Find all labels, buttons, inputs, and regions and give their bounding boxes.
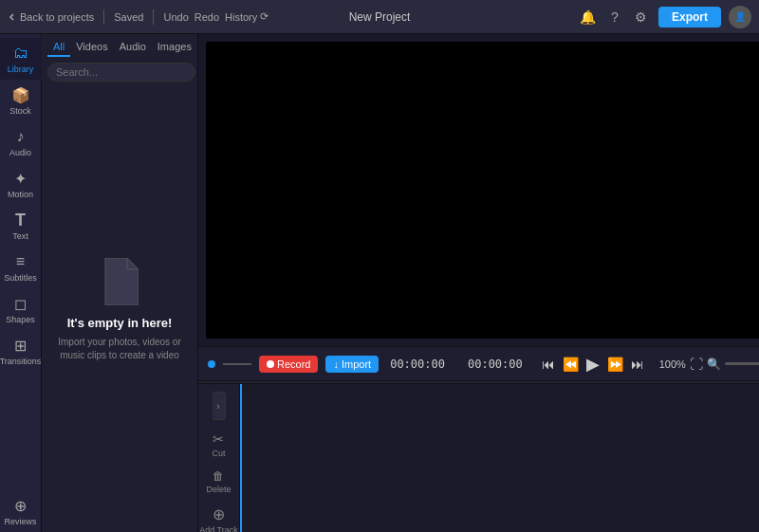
tab-images[interactable]: Images <box>152 38 197 57</box>
divider <box>153 9 154 25</box>
search-input[interactable] <box>47 63 195 82</box>
playback-buttons: ⏮ ⏪ ▶ ⏩ ⏭ <box>542 354 644 375</box>
settings-icon[interactable]: ⚙ <box>632 8 651 27</box>
tab-videos[interactable]: Videos <box>70 38 113 57</box>
import-icon: ↓ <box>333 358 339 370</box>
playhead-line <box>223 363 251 365</box>
zoom-slider[interactable] <box>725 362 759 365</box>
saved-indicator: Saved <box>114 11 143 23</box>
history-icon: ⟳ <box>260 10 268 23</box>
sidebar-item-audio[interactable]: ♪ Audio <box>0 121 42 163</box>
record-button[interactable]: Record <box>259 356 318 373</box>
main-content-area: Record ↓ Import 00:00:00 00:00:00 ⏮ ⏪ ▶ … <box>198 34 759 532</box>
record-icon <box>267 360 274 368</box>
library-icon: 🗂 <box>11 44 30 63</box>
notifications-icon[interactable]: 🔔 <box>579 8 598 27</box>
history-button[interactable]: History ⟳ <box>225 10 268 23</box>
sidebar-item-shapes[interactable]: ◻ Shapes <box>0 288 42 330</box>
timeline-tracks: › ✂ Cut 🗑 Delete ⊕ Add Track ⚙ <box>198 384 759 532</box>
skip-to-start-button[interactable]: ⏮ <box>542 357 555 372</box>
sidebar-item-text[interactable]: T Text <box>0 205 42 247</box>
fast-forward-button[interactable]: ⏩ <box>607 357 623 372</box>
total-time: 00:00:00 <box>468 358 523 371</box>
zoom-out-icon[interactable]: 🔍 <box>707 358 721 371</box>
timeline: 00:00 00:01 00:02 00:03 00:04 00:05 00:0… <box>198 380 759 532</box>
fullscreen-button[interactable]: ⛶ <box>690 357 703 372</box>
library-panel: All Videos Audio Images 16:9 Date ▼ It's… <box>42 34 198 532</box>
redo-button[interactable]: Redo <box>194 11 219 23</box>
timeline-playhead <box>240 384 242 532</box>
tab-audio[interactable]: Audio <box>114 38 152 57</box>
cut-tool[interactable]: ✂ Cut <box>212 431 225 458</box>
import-button[interactable]: ↓ Import <box>325 356 379 373</box>
project-title: New Project <box>349 10 411 24</box>
reviews-icon: ⊕ <box>11 496 30 515</box>
playback-controls: Record ↓ Import 00:00:00 00:00:00 ⏮ ⏪ ▶ … <box>198 346 759 380</box>
sidebar-item-motion[interactable]: ✦ Motion <box>0 163 42 205</box>
help-icon[interactable]: ? <box>605 8 624 27</box>
shapes-icon: ◻ <box>11 294 30 313</box>
empty-description: Import your photos, videos or music clip… <box>51 336 188 362</box>
undo-button[interactable]: Undo <box>163 11 188 23</box>
avatar[interactable]: 👤 <box>729 6 751 28</box>
library-search-bar: Date ▼ <box>42 57 197 87</box>
zoom-controls: 100% ⛶ 🔍 🔍 🔊 <box>659 357 759 372</box>
back-to-projects-button[interactable]: Back to projects <box>8 11 94 23</box>
subtitles-icon: ≡ <box>11 252 30 271</box>
sidebar-item-stock[interactable]: 📦 Stock <box>0 80 42 121</box>
expand-timeline-button[interactable]: › <box>213 392 226 420</box>
play-pause-button[interactable]: ▶ <box>586 354 600 375</box>
text-icon: T <box>11 211 30 229</box>
timeline-content[interactable] <box>240 384 759 532</box>
sidebar-item-transitions[interactable]: ⊞ Transitions <box>0 330 42 372</box>
sidebar-item-library[interactable]: 🗂 Library <box>0 38 42 80</box>
add-track-tool[interactable]: ⊕ Add Track <box>199 505 238 532</box>
transitions-icon: ⊞ <box>11 336 30 355</box>
sidebar: 🗂 Library 📦 Stock ♪ Audio ✦ Motion T Tex… <box>0 34 42 532</box>
current-time: 00:00:00 <box>390 358 445 371</box>
sidebar-item-subtitles[interactable]: ≡ Subtitles <box>0 247 42 288</box>
skip-to-end-button[interactable]: ⏭ <box>631 357 644 372</box>
add-track-icon: ⊕ <box>213 505 225 523</box>
audio-icon: ♪ <box>11 127 30 146</box>
motion-icon: ✦ <box>11 169 30 188</box>
empty-file-icon <box>101 258 139 308</box>
delete-icon: 🗑 <box>213 469 224 483</box>
rewind-button[interactable]: ⏪ <box>563 357 579 372</box>
video-preview <box>206 42 759 339</box>
delete-tool[interactable]: 🗑 Delete <box>206 469 231 494</box>
stock-icon: 📦 <box>11 85 30 104</box>
empty-title: It's empty in here! <box>67 316 173 330</box>
zoom-percent: 100% <box>659 358 686 370</box>
tab-all[interactable]: All <box>47 38 70 57</box>
cut-icon: ✂ <box>213 431 224 447</box>
export-button[interactable]: Export <box>658 7 721 28</box>
sidebar-item-reviews[interactable]: ⊕ Reviews <box>0 490 42 532</box>
divider <box>103 9 104 25</box>
timeline-tools: › ✂ Cut 🗑 Delete ⊕ Add Track ⚙ <box>198 384 240 532</box>
library-empty-state: It's empty in here! Import your photos, … <box>42 87 197 532</box>
library-tabs: All Videos Audio Images <box>47 38 197 57</box>
playhead-marker <box>208 360 215 368</box>
